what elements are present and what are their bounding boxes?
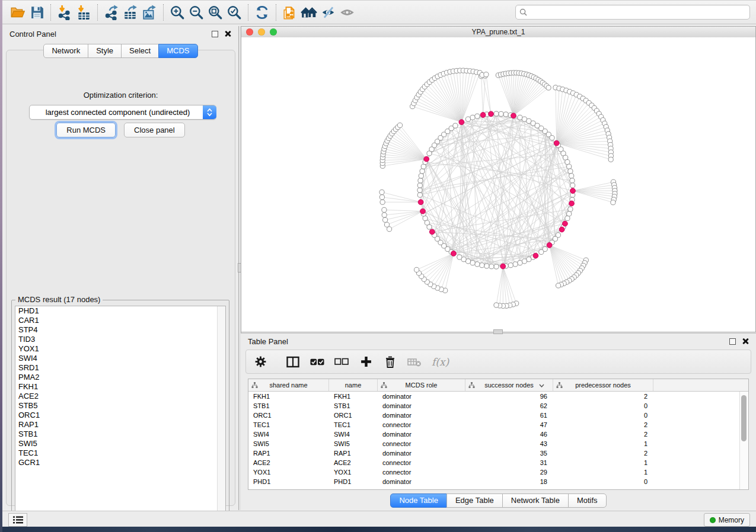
mcds-result-item[interactable]: STB5 [15, 401, 225, 411]
import-network-icon[interactable] [55, 3, 74, 22]
mcds-result-item[interactable]: STB1 [15, 430, 225, 439]
memory-button[interactable]: Memory [704, 513, 750, 527]
mcds-result-item[interactable]: YOX1 [15, 344, 225, 354]
criterion-dropdown[interactable]: largest connected component (undirected) [29, 105, 216, 120]
search-input[interactable] [529, 8, 746, 17]
table-row[interactable]: TEC1TEC1connector472 [248, 420, 748, 430]
close-panel-button[interactable]: Close panel [124, 123, 185, 137]
table-panel-title: Table Panel [248, 337, 288, 346]
tab-network[interactable]: Network [43, 44, 88, 58]
mcds-result-item[interactable]: TEC1 [15, 448, 225, 458]
table-tab-network-table[interactable]: Network Table [502, 493, 569, 508]
cybrowser-home-icon[interactable] [299, 3, 318, 22]
table-row[interactable]: PHD1PHD1dominator180 [248, 477, 748, 486]
application-window: Control Panel NetworkStyleSelectMCDS Opt… [0, 0, 756, 532]
mcds-result-item[interactable]: GCR1 [15, 458, 225, 467]
toolbar-separator [97, 4, 98, 21]
table-body: FKH1FKH1dominator962STB1STB1dominator620… [248, 392, 748, 486]
column-header-name[interactable]: name [329, 379, 378, 391]
mcds-result-item[interactable]: SWI5 [15, 439, 225, 448]
control-panel: Control Panel NetworkStyleSelectMCDS Opt… [2, 26, 239, 510]
open-file-icon[interactable] [8, 3, 27, 22]
mcds-result-list[interactable]: PHD1CAR1STP4TID3YOX1SWI4SRD1PMA2FKH1ACE2… [15, 306, 226, 517]
column-settings-gear-icon[interactable] [253, 355, 267, 369]
zoom-out-icon[interactable] [187, 3, 206, 22]
network-titlebar[interactable]: YPA_prune.txt_1 [241, 27, 755, 38]
memory-status-dot [710, 517, 716, 523]
import-table-icon[interactable] [74, 3, 93, 22]
memory-label: Memory [719, 516, 744, 524]
table-row[interactable]: FKH1FKH1dominator962 [248, 392, 748, 401]
run-mcds-button[interactable]: Run MCDS [56, 123, 116, 137]
mcds-result-item[interactable]: PMA2 [15, 373, 225, 382]
mcds-result-item[interactable]: RAP1 [15, 420, 225, 430]
column-header-MCDS-role[interactable]: MCDS role [378, 379, 465, 391]
toolbar-separator [50, 4, 51, 21]
mcds-list-scrollbar[interactable] [217, 306, 225, 516]
mcds-result-item[interactable]: PHD1 [15, 306, 225, 316]
save-session-icon[interactable] [27, 3, 46, 22]
tab-select[interactable]: Select [121, 44, 159, 58]
table-tab-edge-table[interactable]: Edge Table [446, 493, 503, 508]
network-graph[interactable] [241, 37, 755, 332]
table-row[interactable]: SWI5SWI5connector431 [248, 439, 748, 448]
toggle-panes-icon[interactable] [286, 355, 300, 369]
zoom-in-icon[interactable] [168, 3, 187, 22]
mcds-result-item[interactable]: TID3 [15, 335, 225, 344]
toolbar-separator [248, 4, 248, 21]
search-box[interactable] [515, 5, 750, 20]
table-row[interactable]: RAP1RAP1dominator352 [248, 448, 748, 458]
optimization-criterion-label: Optimization criterion: [7, 91, 235, 100]
mcds-result-item[interactable]: ACE2 [15, 392, 225, 401]
table-row[interactable]: ORC1ORC1dominator610 [248, 411, 748, 420]
table-row[interactable]: SWI4SWI4dominator462 [248, 430, 748, 439]
column-header-successor-nodes[interactable]: successor nodes [465, 379, 553, 391]
zoom-fit-icon[interactable] [206, 3, 225, 22]
network-canvas[interactable] [241, 37, 755, 332]
table-header-row: shared namenameMCDS rolesuccessor nodesp… [248, 379, 748, 392]
zoom-selected-icon[interactable] [225, 3, 244, 22]
tab-style[interactable]: Style [88, 44, 122, 58]
mcds-result-item[interactable]: STP4 [15, 325, 225, 335]
horizontal-splitter-handle[interactable] [493, 329, 503, 334]
toolbar-separator [163, 4, 164, 21]
refresh-view-icon[interactable] [253, 3, 272, 22]
show-preview-eye-icon[interactable] [337, 3, 356, 22]
close-table-panel-icon[interactable] [742, 338, 749, 345]
tab-mcds[interactable]: MCDS [158, 44, 197, 58]
toolbar-separator [276, 4, 276, 21]
delete-columns-trash-icon[interactable] [383, 355, 397, 369]
task-history-button[interactable] [8, 513, 27, 527]
table-row[interactable]: ACE2ACE2connector311 [248, 458, 748, 467]
list-icon [13, 516, 23, 524]
float-panel-icon[interactable] [212, 31, 218, 37]
mcds-result-item[interactable]: FKH1 [15, 382, 225, 392]
column-header-predecessor-nodes[interactable]: predecessor nodes [553, 379, 653, 391]
table-row[interactable]: YOX1YOX1connector291 [248, 467, 748, 477]
column-header-shared-name[interactable]: shared name [248, 379, 329, 391]
table-tab-node-table[interactable]: Node Table [390, 493, 447, 508]
select-all-rows-icon[interactable] [310, 355, 324, 369]
export-network-icon[interactable] [102, 3, 121, 22]
table-tab-motifs[interactable]: Motifs [568, 493, 607, 508]
close-panel-icon[interactable] [224, 30, 231, 37]
add-column-icon[interactable] [359, 355, 373, 369]
table-scrollbar[interactable] [739, 392, 748, 489]
mcds-result-item[interactable]: SWI4 [15, 354, 225, 363]
mcds-result-item[interactable]: SRD1 [15, 363, 225, 373]
table-tabs: Node TableEdge TableNetwork TableMotifs [241, 493, 756, 508]
table-row[interactable]: STB1STB1dominator620 [248, 401, 748, 411]
mcds-result-item[interactable]: CAR1 [15, 316, 225, 325]
main-toolbar [2, 0, 756, 24]
clear-selection-icon[interactable] [334, 355, 349, 369]
hide-graphics-details-icon[interactable] [318, 3, 337, 22]
clone-network-icon[interactable] [280, 3, 299, 22]
mcds-result-item[interactable]: ORC1 [15, 411, 225, 420]
export-table-icon[interactable] [121, 3, 140, 22]
float-table-panel-icon[interactable] [729, 338, 736, 345]
export-image-icon[interactable] [140, 3, 159, 22]
mcds-tab-body: NetworkStyleSelectMCDS Optimization crit… [6, 50, 235, 506]
status-bar: Memory [2, 511, 756, 527]
table-scrollbar-thumb[interactable] [741, 395, 747, 441]
criterion-dropdown-value: largest connected component (undirected) [30, 108, 203, 117]
